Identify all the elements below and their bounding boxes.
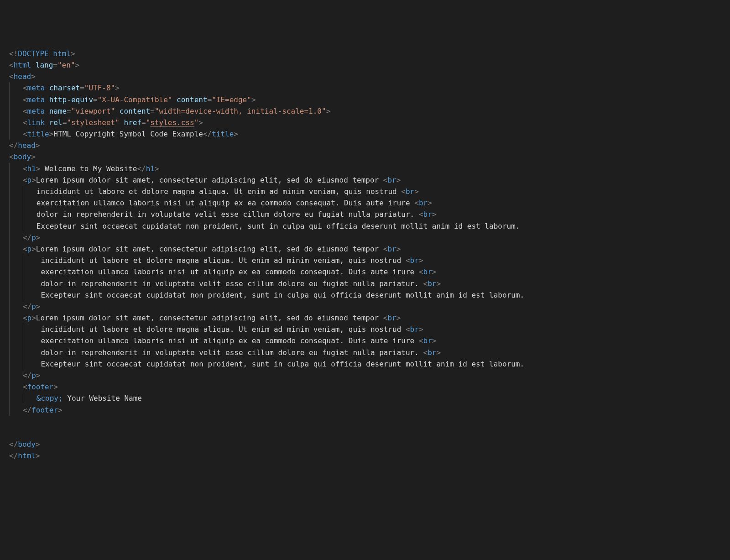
token-text: dolor in reprehenderit in voluptate veli… [36,348,423,357]
token-punct: > [396,314,401,322]
token-punct: < [419,336,423,345]
token-punct: > [155,164,159,173]
token-text: exercitation ullamco laboris nisi ut ali… [36,267,419,276]
code-line[interactable]: incididunt ut labore et dolore magna ali… [9,186,730,197]
code-line[interactable]: <link rel="stylesheet" href="styles.css"… [9,117,730,128]
code-line[interactable]: <p>Lorem ipsum dolor sit amet, consectet… [9,312,730,324]
code-line[interactable]: </body> [9,439,730,450]
code-line[interactable]: exercitation ullamco laboris nisi ut ali… [9,266,730,277]
token-tag: p [31,233,36,242]
code-line[interactable]: <p>Lorem ipsum dolor sit amet, consectet… [9,174,730,186]
token-text: Excepteur sint occaecat cupidatat non pr… [36,222,520,230]
token-attr-val: "IE=edge" [212,95,251,104]
token-tag: br [423,267,432,276]
token-punct: > [49,130,54,138]
token-tag: html [18,451,36,460]
token-tag: br [423,210,432,219]
token-punct: </ [9,440,18,449]
token-punct: > [58,406,63,414]
code-line[interactable]: dolor in reprehenderit in voluptate veli… [9,209,730,220]
token-tag: p [27,245,32,253]
token-text [31,61,36,69]
token-text: HTML Copyright Symbol Code Example [53,130,203,138]
code-line[interactable]: <!DOCTYPE html> [9,48,730,59]
code-line[interactable]: dolor in reprehenderit in voluptate veli… [9,278,730,289]
token-tag: p [31,371,36,380]
code-line[interactable]: </head> [9,140,730,151]
token-punct: > [326,107,331,115]
token-tag: br [428,279,436,288]
token-punct: < [23,382,27,391]
token-punct: < [401,187,406,196]
token-text: incididunt ut labore et dolore magna ali… [36,256,406,265]
code-editor[interactable]: <!DOCTYPE html><html lang="en"><head> <m… [0,46,730,471]
token-punct: < [23,130,27,138]
code-line[interactable]: Excepteur sint occaecat cupidatat non pr… [9,289,730,301]
token-punct: > [36,371,41,380]
code-line[interactable]: <title>HTML Copyright Symbol Code Exampl… [9,128,730,140]
code-line[interactable] [9,427,730,439]
token-punct: < [23,314,27,322]
token-punct: > [432,210,437,219]
token-attr-val: "UTF-8" [84,84,115,92]
token-tag: p [27,176,32,184]
code-line[interactable]: </p> [9,301,730,312]
token-text: exercitation ullamco laboris nisi ut ali… [36,336,419,345]
code-line[interactable]: dolor in reprehenderit in voluptate veli… [9,347,730,358]
token-punct: < [406,325,410,334]
code-line[interactable]: <body> [9,151,730,162]
code-line[interactable]: &copy; Your Website Name [9,393,730,404]
code-line[interactable]: <html lang="en"> [9,59,730,71]
token-tag: br [423,336,432,345]
token-punct: </ [23,233,31,242]
code-line[interactable]: <meta charset="UTF-8"> [9,82,730,94]
token-punct: < [23,245,27,253]
token-punct: </ [23,371,31,380]
token-punct: > [31,152,36,161]
token-tag: body [18,440,36,449]
code-line[interactable]: <footer> [9,381,730,393]
token-tag: title [212,130,234,138]
token-punct: = [93,95,98,104]
token-punct: </ [9,141,18,150]
token-punct: > [419,325,423,334]
code-line[interactable]: incididunt ut labore et dolore magna ali… [9,324,730,335]
token-text [45,118,49,127]
token-text: dolor in reprehenderit in voluptate veli… [36,210,419,219]
code-line[interactable]: <head> [9,71,730,82]
code-line[interactable]: Excepteur sint occaecat cupidatat non pr… [9,358,730,370]
token-punct: > [36,440,40,449]
token-text: Welcome to My Website [40,164,137,173]
code-line[interactable]: </html> [9,450,730,461]
token-attr-name: href [124,118,142,127]
code-line[interactable]: </p> [9,370,730,381]
token-attr-val: "viewport" [71,107,115,115]
token-punct: = [208,95,212,104]
code-line[interactable]: incididunt ut labore et dolore magna ali… [9,255,730,266]
code-line[interactable]: <meta http-equiv="X-UA-Compatible" conte… [9,94,730,105]
token-punct: > [115,84,120,92]
token-tag: h1 [146,164,155,173]
token-punct: < [23,84,27,92]
token-punct: < [423,279,428,288]
token-punct: < [9,72,14,81]
code-line[interactable]: exercitation ullamco laboris nisi ut ali… [9,197,730,209]
token-punct: < [406,256,410,265]
token-punct: > [36,302,41,311]
code-line[interactable]: </p> [9,232,730,243]
code-line[interactable]: <h1> Welcome to My Website</h1> [9,163,730,174]
code-line[interactable]: Excepteur sint occaecat cupidatat non pr… [9,220,730,232]
token-tag: br [406,187,414,196]
token-punct: > [36,141,40,150]
code-line[interactable]: exercitation ullamco laboris nisi ut ali… [9,335,730,346]
token-punct: > [251,95,256,104]
code-line[interactable]: <meta name="viewport" content="width=dev… [9,105,730,117]
code-line[interactable]: </footer> [9,404,730,416]
code-line[interactable] [9,416,730,427]
token-punct: > [396,245,401,253]
token-tag: footer [27,382,54,391]
token-tag: body [14,152,31,161]
code-line[interactable]: <p>Lorem ipsum dolor sit amet, consectet… [9,243,730,255]
token-text: Lorem ipsum dolor sit amet, consectetur … [36,314,383,322]
token-tag: br [428,348,436,357]
